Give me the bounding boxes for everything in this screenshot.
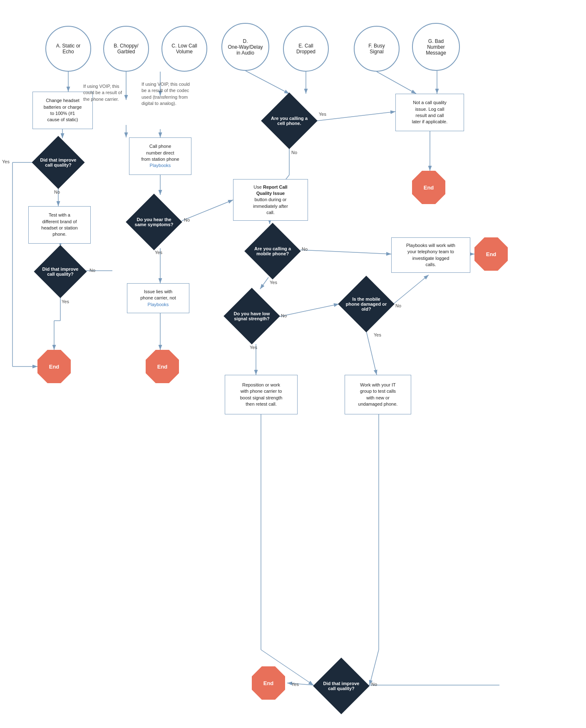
node-reposition: Reposition or work with phone carrier to…	[225, 375, 298, 414]
label-no-mobile: No	[302, 247, 308, 252]
svg-line-33	[393, 275, 429, 304]
svg-line-20	[246, 71, 289, 94]
link-playbooks-1[interactable]: Playbooks	[150, 163, 171, 168]
node-F: F. Busy Signal	[354, 26, 400, 72]
label-no-damaged: No	[395, 303, 401, 308]
node-E: E. Call Dropped	[283, 26, 329, 72]
label-no-improve2: No	[89, 268, 95, 273]
node-use-report: Use Report CallQuality Issuebutton durin…	[233, 179, 308, 221]
svg-line-27	[260, 277, 268, 289]
note-B-voip: If using VOIP, this could be a result of…	[83, 83, 146, 102]
node-did-improve-2: Did that improvecall quality?	[35, 247, 85, 297]
node-C: C. Low Call Volume	[161, 26, 207, 72]
node-end-B: End	[146, 350, 179, 383]
node-call-phone-direct: Call phone number direct from station ph…	[129, 137, 191, 175]
note-C-voip: If using VOIP, this could be a result of…	[142, 81, 219, 107]
svg-line-40	[377, 72, 416, 94]
svg-line-32	[366, 331, 377, 375]
label-yes-hear-same: Yes	[155, 250, 162, 255]
svg-line-22	[317, 112, 395, 121]
node-playbooks-investigate: Playbooks will work with your telephony …	[391, 237, 470, 273]
node-A: A. Static or Echo	[45, 26, 91, 72]
node-end-C: End	[474, 237, 508, 271]
svg-line-37	[370, 650, 379, 685]
node-is-mobile-damaged: Is the mobilephone damaged orold?	[339, 277, 393, 331]
label-yes-final: Yes	[291, 682, 299, 687]
node-are-calling-mobile: Are you calling amobile phone?	[246, 224, 300, 278]
node-did-improve-final: Did that improvecall quality?	[314, 659, 368, 713]
label-no-final: No	[371, 682, 377, 687]
flowchart: A. Static or Echo B. Choppy/ Garbled C. …	[0, 0, 586, 728]
node-work-IT: Work with your IT group to test calls wi…	[345, 375, 411, 414]
label-yes-mobile: Yes	[270, 280, 277, 285]
node-hear-same: Do you hear thesame symptoms?	[127, 195, 181, 249]
label-no-hear-same: No	[184, 217, 190, 222]
node-are-calling-cell: Are you calling acell phone.	[262, 94, 316, 148]
label-yes-improve1: Yes	[2, 159, 10, 164]
label-yes-improve2: Yes	[62, 299, 69, 304]
svg-line-28	[300, 250, 391, 254]
node-low-signal: Do you have lowsignal strength?	[225, 289, 279, 343]
node-end-A: End	[37, 350, 71, 383]
link-playbooks-2[interactable]: Playbooks	[148, 302, 169, 307]
label-no-signal: No	[281, 313, 287, 318]
label-no-improve1: No	[54, 189, 60, 194]
node-did-improve-1: Did that improvecall quality?	[33, 137, 83, 187]
label-no-cell: No	[291, 150, 297, 155]
label-yes-cell: Yes	[319, 112, 326, 117]
node-end-final: End	[252, 666, 285, 700]
node-end-F: End	[412, 171, 445, 204]
node-issue-phone-carrier: Issue lies with phone carrier, not Playb…	[127, 283, 189, 313]
node-not-call-quality: Not a call quality issue. Log call resul…	[395, 94, 464, 131]
label-yes-damaged: Yes	[374, 332, 381, 337]
node-G: G. Bad Number Message	[412, 23, 460, 71]
node-B: B. Choppy/ Garbled	[103, 26, 149, 72]
label-yes-signal: Yes	[250, 345, 257, 350]
svg-line-31	[280, 304, 339, 317]
node-test-headset: Test with a different brand of headset o…	[28, 206, 91, 244]
node-D: D. One-Way/Delay in Audio	[221, 23, 269, 71]
